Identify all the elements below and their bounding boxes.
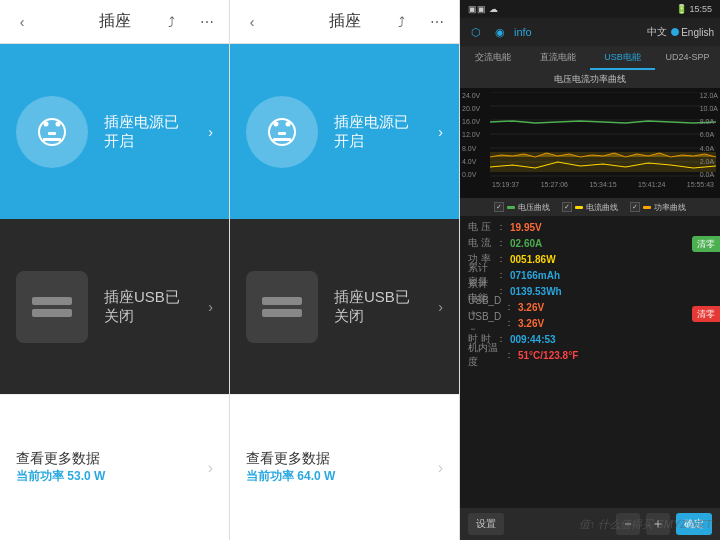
socket-svg-middle: [262, 112, 302, 152]
legend-current-label: 电流曲线: [586, 202, 618, 213]
middle-footer-text: 查看更多数据 当前功率 64.0 W: [246, 450, 430, 485]
svg-rect-13: [262, 309, 302, 317]
power-value: 0051.86W: [510, 254, 556, 265]
left-panel-header: ‹ 插座 ⤴ ⋯: [0, 0, 229, 44]
usb-icon-middle: [246, 271, 318, 343]
wifi-icon: ◉: [490, 22, 510, 42]
svg-rect-12: [262, 297, 302, 305]
usb-svg-middle: [260, 293, 304, 321]
legend-current-check: ✓: [562, 202, 572, 212]
left-footer-power: 53.0: [67, 469, 90, 483]
temp-label: 机内温度: [468, 341, 504, 369]
usb-label-left: 插座USB已关闭: [104, 288, 192, 326]
back-icon-middle[interactable]: ‹: [238, 8, 266, 36]
lang-cn-label: 中文: [647, 25, 667, 39]
lang-en-label: English: [681, 27, 714, 38]
socket-svg: [32, 112, 72, 152]
middle-footer-sub-prefix: 当前功率: [246, 469, 297, 483]
legend-power-dot: [643, 206, 651, 209]
share-icon-left[interactable]: ⤴: [157, 8, 185, 36]
left-footer-chevron: ›: [208, 459, 213, 477]
left-footer-sub-prefix: 当前功率: [16, 469, 67, 483]
current-row: 电 流 ： 02.60A: [468, 236, 712, 250]
socket-power-chevron-middle: ›: [438, 124, 443, 140]
current-value: 02.60A: [510, 238, 542, 249]
left-usb-section[interactable]: 插座USB已关闭 ›: [0, 219, 229, 394]
legend-current: ✓ 电流曲线: [562, 202, 618, 213]
phone-panel: ▣▣ ☁ 🔋 15:55 ⬡ ◉ info 中文 English 交流电能 直流…: [460, 0, 720, 540]
current-label: 电 流: [468, 236, 496, 250]
middle-footer[interactable]: 查看更多数据 当前功率 64.0 W ›: [230, 394, 459, 540]
svg-rect-6: [32, 309, 72, 317]
usb-icon-left: [16, 271, 88, 343]
legend-voltage-dot: [507, 206, 515, 209]
legend-power-check: ✓: [630, 202, 640, 212]
middle-footer-power: 64.0: [297, 469, 320, 483]
legend-voltage: ✓ 电压曲线: [494, 202, 550, 213]
middle-footer-main: 查看更多数据: [246, 450, 430, 468]
left-footer-sub: 当前功率 53.0 W: [16, 468, 200, 485]
tab-ac[interactable]: 交流电能: [460, 46, 525, 70]
chart-legend: ✓ 电压曲线 ✓ 电流曲线 ✓ 功率曲线: [460, 198, 720, 216]
left-footer-text: 查看更多数据 当前功率 53.0 W: [16, 450, 200, 485]
chart-svg: [490, 92, 716, 177]
status-left: ▣▣ ☁: [468, 4, 498, 14]
socket-power-icon: [16, 96, 88, 168]
left-socket-power-section[interactable]: 插座电源已开启 ›: [0, 44, 229, 219]
left-footer-unit: W: [91, 469, 106, 483]
middle-panel-header: ‹ 插座 ⤴ ⋯: [230, 0, 459, 44]
capacity-value: 07166mAh: [510, 270, 560, 281]
more-icon-left[interactable]: ⋯: [193, 8, 221, 36]
chart-title: 电压电流功率曲线: [460, 70, 720, 88]
left-panel-title: 插座: [99, 11, 131, 32]
middle-socket-power-section[interactable]: 插座电源已开启 ›: [230, 44, 459, 219]
legend-voltage-check: ✓: [494, 202, 504, 212]
middle-footer-chevron: ›: [438, 459, 443, 477]
usb-label-middle: 插座USB已关闭: [334, 288, 422, 326]
left-header-icons: ⤴ ⋯: [157, 8, 221, 36]
power-row: 功 率 ： 0051.86W: [468, 252, 712, 266]
clear-top-button[interactable]: 清零: [692, 236, 720, 252]
middle-footer-unit: W: [321, 469, 336, 483]
usbdp-row: USB_D＋ ： 3.26V: [468, 300, 712, 314]
lang-en-option[interactable]: English: [671, 27, 714, 38]
info-button[interactable]: info: [514, 26, 532, 38]
legend-voltage-label: 电压曲线: [518, 202, 550, 213]
usb-chevron-middle: ›: [438, 299, 443, 315]
temp-row: 机内温度 ： 51°C/123.8°F: [468, 348, 712, 362]
more-icon-middle[interactable]: ⋯: [423, 8, 451, 36]
left-footer[interactable]: 查看更多数据 当前功率 53.0 W ›: [0, 394, 229, 540]
middle-usb-section[interactable]: 插座USB已关闭 ›: [230, 219, 459, 394]
socket-power-icon-middle: [246, 96, 318, 168]
phone-top-bar: ⬡ ◉ info 中文 English: [460, 18, 720, 46]
tab-dc[interactable]: 直流电能: [525, 46, 590, 70]
tab-device[interactable]: UD24-SPP: [655, 46, 720, 70]
chart-area: 24.0V 20.0V 16.0V 12.0V 8.0V 4.0V 0.0V 1…: [460, 88, 720, 198]
back-icon-left[interactable]: ‹: [8, 8, 36, 36]
usbdn-value: 3.26V: [518, 318, 544, 329]
legend-current-dot: [575, 206, 583, 209]
socket-power-label: 插座电源已开启: [104, 113, 192, 151]
usbdp-value: 3.26V: [518, 302, 544, 313]
tab-usb[interactable]: USB电能: [590, 46, 655, 70]
socket-power-label-middle: 插座电源已开启: [334, 113, 422, 151]
svg-rect-10: [273, 138, 291, 141]
x-axis: 15:19:37 15:27:06 15:34:15 15:41:24 15:5…: [490, 181, 716, 188]
middle-panel-title: 插座: [329, 11, 361, 32]
voltage-row: 电 压 ： 19.95V: [468, 220, 712, 234]
usbdn-row: USB_D－ ： 3.26V: [468, 316, 712, 330]
status-right: 🔋 15:55: [676, 4, 712, 14]
capacity-row: 累计容量 ： 07166mAh: [468, 268, 712, 282]
phone-data-area: 电 压 ： 19.95V 电 流 ： 02.60A 功 率 ： 0051.86W…: [460, 216, 720, 508]
temp-value: 51°C/123.8°F: [518, 350, 578, 361]
usb-chevron-left: ›: [208, 299, 213, 315]
svg-rect-3: [43, 138, 61, 141]
share-icon-middle[interactable]: ⤴: [387, 8, 415, 36]
left-footer-main: 查看更多数据: [16, 450, 200, 468]
settings-button[interactable]: 设置: [468, 513, 504, 535]
socket-power-chevron: ›: [208, 124, 213, 140]
clear-bottom-button[interactable]: 清零: [692, 306, 720, 322]
left-panel: ‹ 插座 ⤴ ⋯ 插座电源已开启 › 插座USB已关闭 ›: [0, 0, 230, 540]
phone-tabs: 交流电能 直流电能 USB电能 UD24-SPP: [460, 46, 720, 70]
svg-rect-9: [278, 132, 286, 135]
